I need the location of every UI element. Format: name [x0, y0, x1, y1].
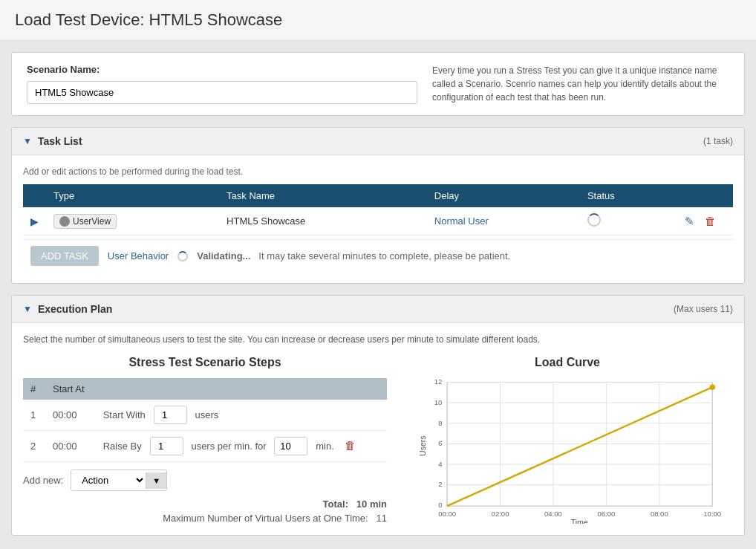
- step-num: 1: [23, 400, 45, 431]
- task-col-expand: [23, 184, 46, 207]
- exec-max-users: (Max users 11): [674, 304, 733, 314]
- validating-text: Validating... It may take several minute…: [197, 250, 510, 261]
- load-chart-container: 12 10 8 6 4 2 0 00:00 02:00 04:00 06:00: [402, 375, 733, 524]
- load-chart: 12 10 8 6 4 2 0 00:00 02:00 04:00 06:00: [402, 375, 733, 524]
- delay-link[interactable]: Normal User: [434, 215, 489, 227]
- exec-description: Select the number of simultaneous users …: [23, 334, 733, 345]
- svg-text:Users: Users: [419, 436, 427, 456]
- load-curve-section: Load Curve: [402, 356, 733, 524]
- svg-text:02:00: 02:00: [492, 510, 509, 518]
- total-label: Total:: [323, 498, 348, 510]
- task-list-count: (1 task): [703, 136, 733, 146]
- max-virtual-value: 11: [377, 513, 387, 524]
- svg-text:06:00: 06:00: [597, 510, 615, 518]
- svg-text:4: 4: [438, 460, 443, 468]
- svg-text:10: 10: [434, 398, 443, 406]
- task-col-name: Task Name: [219, 184, 427, 207]
- add-task-button: ADD TASK: [30, 246, 99, 266]
- userview-label: UserView: [73, 216, 111, 227]
- task-list-header: ▼ Task List (1 task): [12, 128, 744, 155]
- userview-badge: UserView: [53, 214, 117, 229]
- task-list-title: Task List: [38, 135, 82, 147]
- task-list-description: Add or edit actions to be performed duri…: [23, 166, 733, 177]
- validating-label: Validating...: [197, 250, 250, 261]
- play-icon[interactable]: ▶: [30, 215, 39, 227]
- add-new-label: Add new:: [23, 475, 63, 486]
- task-list-card: ▼ Task List (1 task) Add or edit actions…: [11, 127, 745, 284]
- execution-plan-card: ▼ Execution Plan (Max users 11) Select t…: [11, 295, 745, 536]
- edit-icon[interactable]: ✎: [681, 213, 698, 229]
- svg-text:6: 6: [438, 439, 442, 447]
- step-value-input[interactable]: [150, 437, 183, 455]
- step-action-label: Raise By: [103, 441, 142, 452]
- page-title: Load Test Device: HTML5 Showcase: [15, 10, 741, 30]
- scenario-label: Scenario Name:: [27, 64, 417, 75]
- delete-task-icon[interactable]: 🗑: [701, 213, 720, 229]
- scenario-card: Scenario Name: Every time you run a Stre…: [11, 52, 745, 116]
- step-unit-label: users: [195, 409, 218, 420]
- max-users-row: Maximum Number of Virtual Users at One T…: [23, 513, 387, 524]
- task-footer: ADD TASK User Behavior Validating... It …: [23, 239, 733, 272]
- step-extra-unit-label: min.: [316, 441, 334, 452]
- task-list-collapse-icon[interactable]: ▼: [23, 136, 32, 146]
- stress-test-section: Stress Test Scenario Steps # Start At 1: [23, 356, 387, 524]
- svg-text:0: 0: [438, 501, 442, 509]
- execution-plan-header: ▼ Execution Plan (Max users 11): [12, 296, 744, 323]
- total-value: 10 min: [356, 498, 387, 510]
- totals-row: Total: 10 min: [23, 498, 387, 510]
- step-start: 00:00: [45, 400, 96, 431]
- action-select[interactable]: Action Start With Raise By Stop: [71, 470, 146, 490]
- status-spinner: [587, 213, 601, 227]
- step-action-label: Start With: [103, 409, 146, 420]
- exec-plan-title: Execution Plan: [38, 303, 112, 315]
- table-row: ▶ UserView HTML5 Showcase Normal User: [23, 207, 733, 235]
- task-col-status: Status: [580, 184, 674, 207]
- svg-text:00:00: 00:00: [438, 510, 456, 518]
- svg-text:2: 2: [438, 480, 442, 488]
- action-select-wrapper[interactable]: Action Start With Raise By Stop ▼: [71, 470, 167, 491]
- svg-text:8: 8: [438, 419, 442, 427]
- svg-text:12: 12: [434, 377, 443, 386]
- steps-col-action: [96, 378, 387, 400]
- add-new-row: Add new: Action Start With Raise By Stop…: [23, 470, 387, 491]
- task-col-type: Type: [46, 184, 219, 207]
- step-num: 2: [23, 431, 45, 462]
- userview-icon: [59, 216, 70, 227]
- user-behavior-link[interactable]: User Behavior: [108, 250, 169, 261]
- step-action: Start With users: [96, 400, 387, 431]
- step-action: Raise By users per min. for min.: [96, 431, 387, 462]
- curve-title: Load Curve: [402, 356, 733, 369]
- task-table: Type Task Name Delay Status ▶: [23, 184, 733, 235]
- svg-point-30: [709, 384, 715, 390]
- action-dropdown-button[interactable]: ▼: [146, 472, 166, 489]
- step-unit-label: users per min. for: [191, 441, 266, 452]
- validating-spinner: [177, 251, 188, 261]
- svg-text:04:00: 04:00: [544, 510, 562, 518]
- table-row: 2 00:00 Raise By users per min. for: [23, 431, 387, 462]
- table-row: 1 00:00 Start With users: [23, 400, 387, 431]
- svg-text:10:00: 10:00: [703, 510, 721, 518]
- validating-note: It may take several minutes to complete,…: [258, 250, 510, 261]
- delete-step-button[interactable]: 🗑: [342, 439, 358, 452]
- scenario-input[interactable]: [27, 81, 417, 104]
- page-header: Load Test Device: HTML5 Showcase: [0, 0, 756, 41]
- task-name-cell: HTML5 Showcase: [219, 207, 427, 235]
- step-value-input[interactable]: [154, 406, 187, 424]
- steps-col-num: #: [23, 378, 45, 400]
- svg-text:Time: Time: [571, 519, 588, 524]
- exec-collapse-icon[interactable]: ▼: [23, 304, 32, 314]
- scenario-help-text: Every time you run a Stress Test you can…: [432, 64, 729, 104]
- step-start: 00:00: [45, 431, 96, 462]
- task-col-delay: Delay: [427, 184, 580, 207]
- task-col-actions: [674, 184, 733, 207]
- stress-title: Stress Test Scenario Steps: [23, 356, 387, 369]
- steps-table: # Start At 1 00:00 Start With: [23, 378, 387, 462]
- svg-text:08:00: 08:00: [651, 510, 668, 518]
- steps-col-start: Start At: [45, 378, 96, 400]
- max-virtual-label: Maximum Number of Virtual Users at One T…: [163, 513, 368, 524]
- step-extra-value-input[interactable]: [274, 437, 307, 455]
